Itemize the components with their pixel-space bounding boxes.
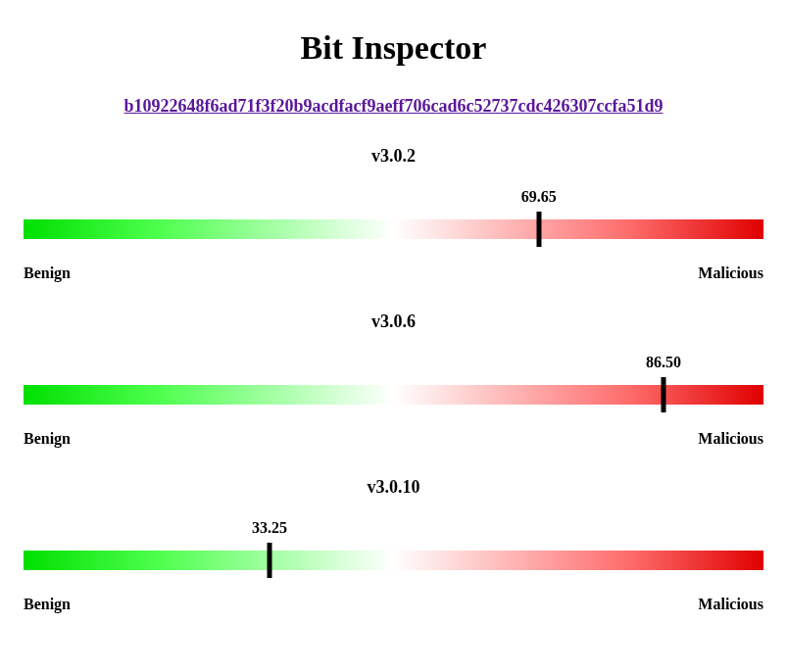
hash-link[interactable]: b10922648f6ad71f3f20b9acdfacf9aeff706cad… bbox=[24, 96, 763, 117]
score-marker bbox=[536, 212, 541, 247]
score-marker bbox=[662, 377, 666, 412]
gradient-bar bbox=[24, 219, 763, 239]
version-label: v3.0.6 bbox=[24, 312, 763, 332]
axis-right-label: Malicious bbox=[698, 264, 763, 282]
axis-right-label: Malicious bbox=[698, 596, 763, 613]
score-value: 33.25 bbox=[252, 519, 287, 537]
score-value: 69.65 bbox=[521, 188, 557, 206]
score-bar-wrapper: 69.65 bbox=[24, 202, 763, 261]
axis-labels: Benign Malicious bbox=[24, 264, 763, 282]
axis-left-label: Benign bbox=[24, 596, 71, 613]
axis-left-label: Benign bbox=[24, 430, 71, 448]
version-label: v3.0.2 bbox=[24, 146, 763, 167]
score-value: 86.50 bbox=[646, 354, 681, 371]
axis-left-label: Benign bbox=[24, 264, 71, 282]
version-section: v3.0.6 86.50 Benign Malicious bbox=[24, 312, 763, 448]
gradient-bar bbox=[24, 551, 763, 570]
score-bar-wrapper: 33.25 bbox=[24, 533, 763, 592]
gradient-bar bbox=[24, 385, 763, 405]
page-title: Bit Inspector bbox=[24, 29, 763, 67]
axis-labels: Benign Malicious bbox=[24, 596, 763, 613]
axis-labels: Benign Malicious bbox=[24, 430, 763, 448]
score-bar-wrapper: 86.50 bbox=[24, 367, 763, 426]
score-marker bbox=[268, 543, 272, 578]
version-section: v3.0.2 69.65 Benign Malicious bbox=[24, 146, 763, 282]
axis-right-label: Malicious bbox=[698, 430, 763, 448]
version-section: v3.0.10 33.25 Benign Malicious bbox=[24, 477, 763, 613]
version-label: v3.0.10 bbox=[24, 477, 763, 498]
